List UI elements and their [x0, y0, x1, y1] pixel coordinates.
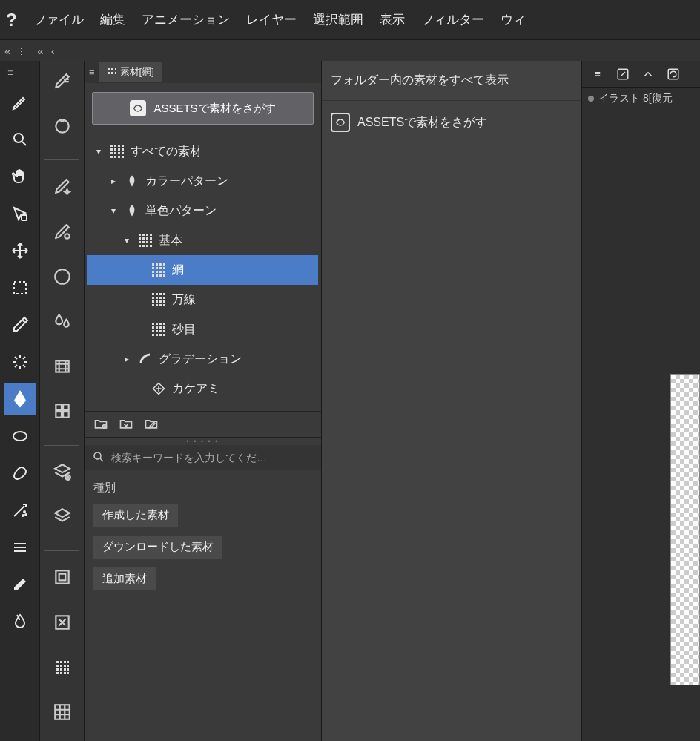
dot-pattern-icon: [56, 660, 69, 674]
subtool-drops[interactable]: [44, 306, 80, 337]
subtool-film[interactable]: [44, 350, 80, 382]
menu-layer[interactable]: レイヤー: [246, 11, 297, 28]
caret-right-icon: ▸: [108, 176, 119, 186]
svg-rect-19: [55, 705, 70, 719]
tool-move[interactable]: [4, 234, 36, 267]
material-tab-label: 素材[網]: [120, 65, 154, 79]
svg-point-5: [25, 514, 27, 516]
subtool-grid[interactable]: [44, 395, 80, 427]
material-tree: ▾ すべての素材 ▸ カラーパターン ▾ 単色パターン ▾ 基本: [85, 132, 321, 411]
toolcol-menu-icon[interactable]: ≡: [0, 67, 13, 79]
material-tab[interactable]: 素材[網]: [99, 62, 162, 82]
material-panel: ≡ 素材[網] ASSETSで素材をさがす ▾ すべての素材 ▸ カラーパターン: [85, 61, 322, 741]
tree-all-materials[interactable]: ▾ すべての素材: [88, 136, 318, 166]
tree-mansen[interactable]: 万線: [88, 285, 318, 314]
svg-point-21: [94, 452, 101, 459]
mat-menu-icon[interactable]: ≡: [89, 67, 95, 78]
hatch-icon: [151, 381, 166, 396]
caret-down-icon: ▾: [93, 146, 104, 157]
tree-ami[interactable]: 網: [88, 255, 318, 285]
top-strip: « ⸽⸽ « ‹ ⸽⸽: [0, 40, 700, 61]
canvas-preview[interactable]: [670, 374, 700, 685]
subtool-frame2[interactable]: [44, 606, 80, 638]
document-tab[interactable]: イラスト 8[復元: [582, 88, 700, 110]
tool-oval[interactable]: [4, 420, 36, 452]
svg-point-9: [55, 269, 70, 284]
menu-filter[interactable]: フィルター: [421, 11, 484, 28]
tool-marquee[interactable]: [4, 271, 36, 304]
subtool-pen-star[interactable]: [44, 171, 80, 202]
tool-pencil[interactable]: [4, 86, 36, 119]
tree-mono-pattern[interactable]: ▾ 単色パターン: [88, 196, 318, 225]
menu-animation[interactable]: アニメーション: [142, 11, 230, 28]
menu-view[interactable]: 表示: [380, 11, 405, 28]
menu-selection[interactable]: 選択範囲: [313, 11, 363, 28]
assets-icon: [130, 100, 146, 116]
tool-eraser[interactable]: [4, 568, 36, 601]
filter-downloaded[interactable]: ダウンロードした素材: [93, 536, 222, 559]
material-search-input[interactable]: [111, 452, 314, 464]
assets-search-button[interactable]: ASSETSで素材をさがす: [92, 92, 314, 125]
svg-point-8: [65, 234, 70, 239]
svg-rect-12: [63, 405, 69, 411]
preview-assets-link[interactable]: ASSETSで素材をさがす: [322, 101, 581, 144]
chevron-left-icon[interactable]: ‹: [51, 45, 55, 57]
new-folder-button[interactable]: [93, 416, 108, 433]
svg-rect-17: [59, 574, 65, 581]
filter-created[interactable]: 作成した素材: [93, 504, 178, 527]
filter-additional[interactable]: 追加素材: [93, 567, 156, 590]
tool-lines[interactable]: [4, 531, 36, 564]
tree-basic[interactable]: ▾ 基本: [88, 225, 318, 255]
subtool-layers[interactable]: [44, 501, 80, 533]
app-logo-icon[interactable]: ?: [6, 10, 17, 30]
svg-rect-14: [63, 412, 69, 418]
tool-sparkle[interactable]: [4, 346, 36, 378]
tree-suname[interactable]: 砂目: [88, 314, 318, 344]
collapse-left2-icon[interactable]: «: [37, 45, 43, 57]
preview-showall-label[interactable]: フォルダー内の素材をすべて表示: [322, 61, 581, 101]
menu-file[interactable]: ファイル: [33, 11, 84, 28]
drag-handle-icon[interactable]: • • • • •: [85, 438, 321, 445]
rc-up-icon[interactable]: [638, 65, 658, 84]
rc-menu-icon[interactable]: ≡: [588, 65, 607, 84]
tool-brush[interactable]: [4, 457, 36, 490]
subtool-pattern[interactable]: [44, 651, 80, 683]
tree-color-pattern[interactable]: ▸ カラーパターン: [88, 166, 318, 196]
app-menubar: ? ファイル 編集 アニメーション レイヤー 選択範囲 表示 フィルター ウィ: [0, 0, 700, 40]
menu-window[interactable]: ウィ: [501, 11, 526, 28]
svg-rect-1: [22, 215, 27, 220]
caret-down-icon: ▾: [108, 205, 119, 216]
tool-hand[interactable]: [4, 160, 36, 193]
assets-button-label: ASSETSで素材をさがす: [153, 102, 275, 116]
svg-rect-13: [56, 412, 62, 418]
pattern-icon: [110, 144, 125, 159]
edit-folder-button[interactable]: [144, 416, 159, 433]
tree-kakeami[interactable]: カケアミ: [88, 374, 318, 404]
subtool-rotate[interactable]: [44, 111, 80, 142]
subtool-layers-add[interactable]: [44, 456, 80, 488]
subtool-pen-circle[interactable]: [44, 216, 80, 248]
tool-objectselect[interactable]: [4, 197, 36, 230]
tool-airbrush[interactable]: [4, 494, 36, 527]
tool-zoom[interactable]: [4, 123, 36, 156]
menu-edit[interactable]: 編集: [100, 11, 125, 28]
svg-rect-2: [14, 282, 26, 294]
rc-spiral-icon[interactable]: [664, 65, 683, 84]
tool-eyedropper[interactable]: [4, 309, 36, 341]
delete-folder-button[interactable]: [119, 416, 133, 433]
collapse-left-icon[interactable]: «: [4, 45, 10, 57]
rc-edit-icon[interactable]: [613, 65, 633, 84]
tree-gradation[interactable]: ▸ グラデーション: [88, 344, 318, 374]
subtool-grid2[interactable]: [44, 696, 80, 728]
svg-point-4: [24, 511, 25, 513]
subtool-frame1[interactable]: [44, 561, 80, 593]
tool-pen[interactable]: [4, 383, 36, 415]
resize-handle-icon[interactable]: ⋮⋮: [570, 374, 580, 390]
tool-blend[interactable]: [4, 605, 36, 638]
grip-icon[interactable]: ⸽⸽: [18, 45, 30, 57]
caret-down-icon: ▾: [122, 235, 132, 246]
assets-icon: [331, 113, 350, 132]
subtool-pen1[interactable]: [44, 65, 80, 97]
grip-right-icon[interactable]: ⸽⸽: [684, 45, 696, 57]
subtool-circle[interactable]: [44, 260, 80, 292]
